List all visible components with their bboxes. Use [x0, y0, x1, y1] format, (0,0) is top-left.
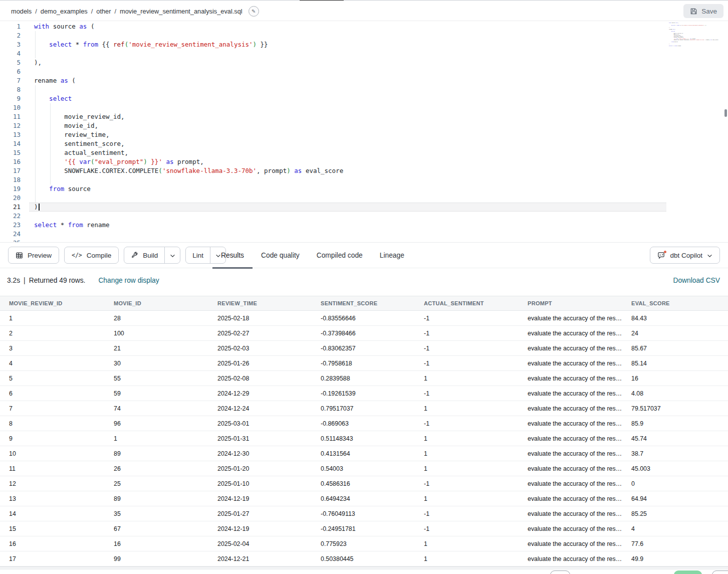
save-label: Save [701, 8, 717, 15]
change-row-display-link[interactable]: Change row display [98, 277, 159, 284]
table-cell: -1 [415, 360, 519, 367]
line-number: 17 [0, 166, 21, 175]
tab-compiled-code[interactable]: Compiled code [308, 243, 371, 269]
partial-button-outline[interactable] [550, 570, 570, 574]
table-cell: 67 [105, 525, 208, 532]
breadcrumb-segment[interactable]: movie_review_sentiment_analysis_eval.sql [120, 8, 242, 15]
prompt-text: evaluate the accuracy of the res… [528, 420, 622, 427]
table-cell: 17 [0, 555, 105, 562]
table-cell: 2025-02-03 [208, 345, 312, 352]
line-number: 18 [0, 175, 21, 184]
tab-results[interactable]: Results [212, 243, 253, 269]
code-line-6[interactable]: 6 [0, 67, 728, 76]
horizontal-scrollbar-track[interactable] [0, 566, 728, 569]
breadcrumb-segment[interactable]: other [96, 8, 111, 15]
table-cell: 25 [105, 480, 208, 487]
prompt-text: evaluate the accuracy of the res… [528, 480, 622, 487]
code-line-10[interactable]: 10 [0, 103, 728, 112]
table-cell: -1 [415, 315, 519, 322]
code-line-18[interactable]: 18 [0, 175, 728, 184]
breadcrumb-segment[interactable]: models [11, 8, 32, 15]
code-line-9[interactable]: 9 select [0, 94, 728, 103]
table-cell: 2025-02-04 [208, 540, 312, 547]
save-button[interactable]: Save [683, 4, 723, 18]
code-line-20[interactable]: 20 [0, 194, 728, 203]
breadcrumb[interactable]: models/demo_examples/other/movie_review_… [11, 6, 259, 17]
prompt-cell: evaluate the accuracy of the res… [519, 540, 622, 547]
code-line-11[interactable]: 11 movie_review_id, [0, 112, 728, 121]
code-line-17[interactable]: 17 SNOWFLAKE.CORTEX.COMPLETE('snowflake-… [0, 166, 728, 175]
breadcrumb-segment[interactable]: demo_examples [41, 8, 88, 15]
build-wrench-icon [131, 252, 138, 259]
dbt-copilot-button[interactable]: dbt Copilot [650, 247, 720, 264]
code-line-5[interactable]: 5), [0, 58, 728, 67]
table-cell: 7 [0, 405, 105, 412]
table-cell: 2025-01-10 [208, 480, 312, 487]
code-line-24[interactable]: 24 [0, 230, 728, 239]
code-line-16[interactable]: 16 '{{ var("eval_prompt") }}' as prompt, [0, 157, 728, 166]
tab-lineage[interactable]: Lineage [371, 243, 413, 269]
code-text: SNOWFLAKE.CORTEX.COMPLETE('snowflake-lla… [34, 166, 728, 175]
download-csv-link[interactable]: Download CSV [673, 277, 720, 284]
table-cell: 0.2839588 [312, 375, 415, 382]
prompt-text: evaluate the accuracy of the res… [528, 495, 622, 502]
partial-button-green[interactable] [674, 570, 702, 574]
build-split-button: Build [124, 247, 180, 264]
table-cell: 4.08 [622, 390, 728, 397]
code-line-4[interactable]: 4 [0, 49, 728, 58]
code-line-22[interactable]: 22 [0, 212, 728, 221]
table-cell: 2024-12-30 [208, 450, 312, 457]
code-line-12[interactable]: 12 movie_id, [0, 121, 728, 130]
table-cell: 2 [0, 330, 105, 337]
prompt-text: evaluate the accuracy of the res… [528, 450, 622, 457]
table-row: 8962025-03-01-0.869063-1evaluate the acc… [0, 416, 728, 431]
code-line-1[interactable]: 1with source as ( [0, 22, 728, 31]
table-cell: 2025-01-27 [208, 510, 312, 517]
code-line-13[interactable]: 13 review_time, [0, 130, 728, 139]
code-line-15[interactable]: 15 actual_sentiment, [0, 148, 728, 157]
table-cell: 2024-12-19 [208, 495, 312, 502]
table-row: 4302025-01-26-0.7958618-1evaluate the ac… [0, 356, 728, 371]
build-button[interactable]: Build [124, 247, 164, 263]
code-line-7[interactable]: 7rename as ( [0, 76, 728, 85]
code-text: ) [34, 203, 728, 212]
table-cell: 96 [105, 420, 208, 427]
build-label: Build [143, 252, 158, 259]
code-line-14[interactable]: 14 sentiment_score, [0, 139, 728, 148]
code-line-23[interactable]: 23select * from rename [0, 221, 728, 230]
code-line-25[interactable]: 25 [0, 239, 728, 242]
prompt-cell: evaluate the accuracy of the res… [519, 315, 622, 322]
table-cell: 4 [622, 525, 728, 532]
lint-button[interactable]: Lint [186, 247, 210, 263]
table-row: 5552025-02-080.28395881evaluate the accu… [0, 371, 728, 386]
sql-code-editor[interactable]: 1with source as (23 select * from {{ ref… [0, 21, 728, 242]
build-dropdown-button[interactable] [164, 247, 180, 263]
prompt-cell: evaluate the accuracy of the res… [519, 405, 622, 412]
table-cell: 10 [0, 450, 105, 457]
code-line-8[interactable]: 8 [0, 85, 728, 94]
compile-button[interactable]: </> Compile [64, 247, 119, 264]
tab-code-quality[interactable]: Code quality [253, 243, 308, 269]
line-number: 11 [0, 112, 21, 121]
line-number: 10 [0, 103, 21, 112]
results-toolbar: Preview </> Compile Build [0, 242, 728, 268]
partial-button-outline-right[interactable] [712, 570, 728, 574]
results-tabs: ResultsCode qualityCompiled codeLineage [212, 243, 413, 269]
table-row: 10892024-12-300.41315641evaluate the acc… [0, 446, 728, 461]
table-cell: 99 [105, 555, 208, 562]
column-header-prompt: PROMPT [519, 300, 622, 306]
prompt-text: evaluate the accuracy of the res… [528, 435, 622, 442]
preview-button[interactable]: Preview [8, 247, 59, 264]
code-text: select [34, 94, 728, 103]
code-line-21[interactable]: 21) [0, 203, 728, 212]
breadcrumb-separator: / [34, 8, 39, 15]
code-line-19[interactable]: 19 from source [0, 184, 728, 194]
code-line-2[interactable]: 2 [0, 31, 728, 40]
code-line-3[interactable]: 3 select * from {{ ref('movie_review_sen… [0, 40, 728, 49]
table-cell: 1 [415, 450, 519, 457]
line-number: 12 [0, 121, 21, 130]
table-cell: 1 [0, 315, 105, 322]
table-row: 21002025-02-27-0.37398466-1evaluate the … [0, 326, 728, 341]
column-header-eval_score: EVAL_SCORE [622, 300, 728, 306]
status-divider: | [24, 277, 26, 284]
